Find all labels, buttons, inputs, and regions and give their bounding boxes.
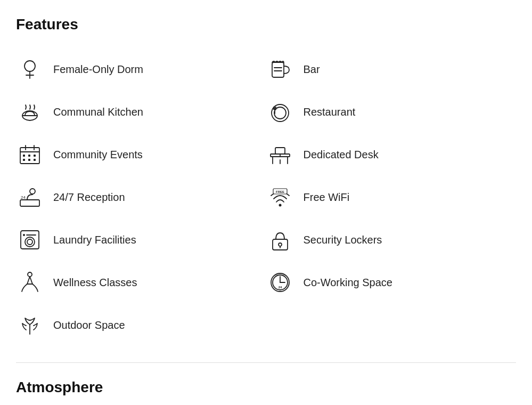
feature-item-security-lockers: Security Lockers — [266, 218, 517, 261]
svg-rect-12 — [23, 159, 25, 161]
kitchen-icon — [16, 98, 44, 126]
svg-rect-13 — [28, 159, 30, 161]
svg-rect-9 — [23, 155, 25, 157]
atmosphere-section: Atmosphere Relaxed Party — [16, 379, 516, 405]
feature-item-outdoor: Outdoor Space — [16, 304, 266, 346]
svg-point-23 — [28, 272, 32, 277]
free-wifi-label: Free WiFi — [304, 191, 350, 204]
features-grid: Female-Only Dorm Communal Kitchen — [16, 48, 516, 346]
feature-item-free-wifi: FREE Free WiFi — [266, 176, 517, 218]
feature-item-dedicated-desk: Dedicated Desk — [266, 133, 517, 176]
svg-text:FREE: FREE — [275, 190, 284, 193]
svg-rect-14 — [34, 159, 36, 161]
bar-label: Bar — [304, 63, 320, 76]
feature-item-restaurant: Restaurant — [266, 91, 517, 133]
reception-label: 24/7 Reception — [53, 191, 125, 204]
svg-rect-44 — [273, 239, 288, 250]
svg-point-15 — [30, 189, 35, 194]
features-right-column: Bar Restaurant — [266, 48, 517, 346]
svg-rect-25 — [272, 62, 284, 77]
feature-item-bar: Bar — [266, 48, 517, 91]
svg-point-41 — [279, 204, 281, 207]
coworking-label: Co-Working Space — [304, 277, 392, 289]
outdoor-icon — [16, 311, 44, 339]
wellness-icon — [16, 269, 44, 296]
dedicated-desk-label: Dedicated Desk — [304, 149, 379, 161]
coworking-icon: 24 — [266, 269, 294, 296]
wifi-icon: FREE — [266, 183, 294, 211]
feature-item-wellness: Wellness Classes — [16, 261, 266, 304]
feature-item-female-only-dorm: Female-Only Dorm — [16, 48, 266, 91]
feature-item-laundry: Laundry Facilities — [16, 218, 266, 261]
outdoor-label: Outdoor Space — [53, 319, 125, 331]
reception-icon: 24 — [16, 183, 44, 211]
feature-item-coworking: 24 Co-Working Space — [266, 261, 517, 304]
restaurant-label: Restaurant — [304, 106, 356, 118]
features-title: Features — [16, 16, 516, 33]
restaurant-icon — [266, 98, 294, 126]
desk-icon — [266, 141, 294, 168]
features-left-column: Female-Only Dorm Communal Kitchen — [16, 48, 266, 346]
svg-point-19 — [25, 237, 35, 247]
female-only-dorm-label: Female-Only Dorm — [53, 63, 143, 76]
svg-point-20 — [27, 239, 32, 245]
locker-icon — [266, 226, 294, 254]
svg-rect-11 — [34, 155, 36, 157]
svg-rect-38 — [275, 148, 285, 154]
community-events-label: Community Events — [53, 149, 143, 161]
wellness-label: Wellness Classes — [53, 277, 137, 289]
svg-rect-18 — [21, 231, 39, 249]
svg-rect-16 — [20, 200, 39, 206]
female-icon — [16, 55, 44, 83]
laundry-label: Laundry Facilities — [53, 234, 136, 246]
feature-item-reception: 24 24/7 Reception — [16, 176, 266, 218]
events-icon — [16, 141, 44, 168]
svg-text:24: 24 — [278, 286, 282, 289]
section-divider — [16, 362, 516, 363]
svg-point-21 — [23, 234, 25, 236]
bar-icon — [266, 55, 294, 83]
svg-rect-10 — [28, 155, 30, 157]
communal-kitchen-label: Communal Kitchen — [53, 106, 143, 118]
feature-item-community-events: Community Events — [16, 133, 266, 176]
atmosphere-title: Atmosphere — [16, 379, 516, 396]
security-lockers-label: Security Lockers — [304, 234, 382, 246]
feature-item-communal-kitchen: Communal Kitchen — [16, 91, 266, 133]
laundry-icon — [16, 226, 44, 254]
svg-text:24: 24 — [21, 195, 26, 200]
svg-point-0 — [24, 61, 35, 71]
